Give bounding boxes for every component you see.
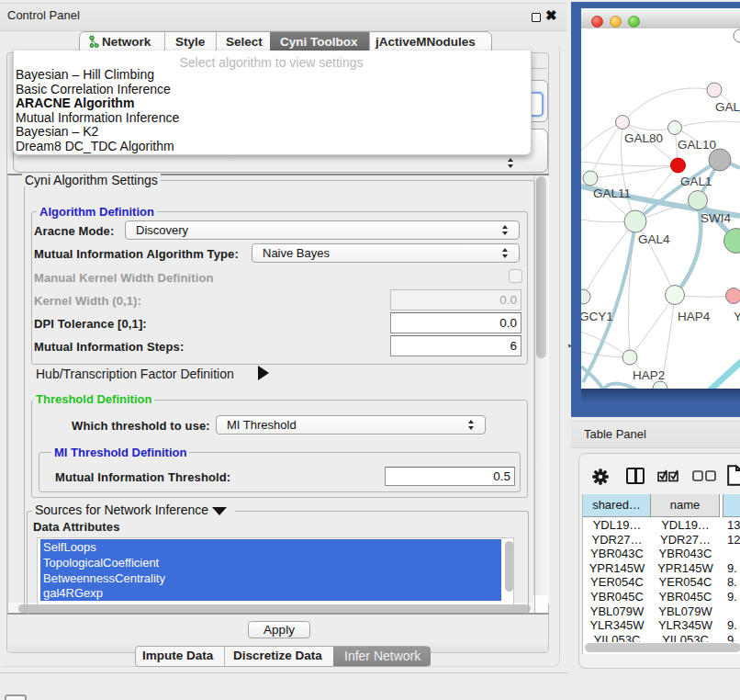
svg-text:GAL2: GAL2 (715, 100, 740, 114)
svg-text:GAL80: GAL80 (624, 131, 663, 145)
svg-text:HAP4: HAP4 (678, 310, 711, 323)
svg-text:GAL1: GAL1 (680, 175, 712, 188)
svg-text:YM: YM (734, 310, 740, 323)
svg-text:SWI4: SWI4 (701, 211, 731, 225)
svg-text:GAL11: GAL11 (593, 186, 631, 200)
svg-text:GAL10: GAL10 (678, 138, 716, 152)
svg-text:GCY1: GCY1 (581, 310, 613, 323)
svg-text:GAL4: GAL4 (638, 232, 670, 246)
svg-text:HAP2: HAP2 (633, 368, 665, 382)
